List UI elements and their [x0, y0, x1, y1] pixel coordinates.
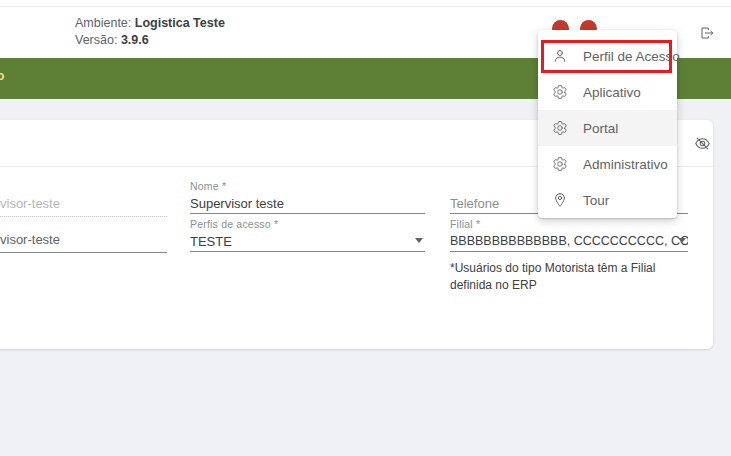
version-label: Versão: — [75, 33, 117, 47]
navbar-clipped-text: o — [0, 69, 4, 83]
nome-label: Nome * — [190, 180, 425, 194]
perfis-de-acesso-select[interactable]: Perfis de acesso * TESTE — [190, 218, 425, 252]
login-value: visor-teste — [0, 230, 167, 249]
gear-icon — [552, 120, 568, 136]
menu-item-label: Tour — [583, 193, 609, 208]
filial-helper-text: *Usuários do tipo Motorista têm a Filial… — [450, 260, 698, 294]
visibility-off-button[interactable] — [694, 135, 711, 152]
menu-item-label: Portal — [583, 121, 618, 136]
perfis-label: Perfis de acesso * — [190, 218, 425, 232]
filial-select[interactable]: Filial * BBBBBBBBBBBBBB, CCCCCCCCCC, COM… — [450, 218, 688, 252]
logout-button[interactable] — [699, 25, 715, 41]
gear-icon — [552, 156, 568, 172]
menu-item-label: Administrativo — [583, 157, 668, 172]
chevron-down-icon — [415, 238, 423, 243]
login-disabled-field: visor-teste — [0, 194, 167, 217]
environment-label: Ambiente: — [75, 16, 131, 30]
user-dropdown-menu: Perfil de Acesso Aplicativo Portal Admin… — [538, 30, 677, 218]
pin-icon — [552, 192, 568, 208]
logout-icon — [699, 25, 715, 41]
nome-value: Supervisor teste — [190, 194, 425, 213]
menu-item-label: Aplicativo — [583, 85, 641, 100]
menu-item-tour[interactable]: Tour — [538, 182, 677, 218]
login-field[interactable]: visor-teste — [0, 230, 167, 253]
environment-line: Ambiente: Logistica Teste — [75, 15, 225, 32]
menu-item-aplicativo[interactable]: Aplicativo — [538, 74, 677, 110]
menu-item-administrativo[interactable]: Administrativo — [538, 146, 677, 182]
eye-off-icon — [694, 135, 711, 152]
menu-item-label: Perfil de Acesso — [583, 49, 680, 64]
filial-label: Filial * — [450, 218, 688, 232]
environment-value: Logistica Teste — [135, 16, 225, 30]
version-value: 3.9.6 — [121, 33, 149, 47]
login-disabled-value: visor-teste — [0, 194, 167, 213]
header-divider — [0, 6, 731, 7]
menu-item-perfil-de-acesso[interactable]: Perfil de Acesso — [538, 38, 677, 74]
chevron-down-icon — [678, 238, 686, 243]
nome-field[interactable]: Nome * Supervisor teste — [190, 180, 425, 214]
environment-info: Ambiente: Logistica Teste Versão: 3.9.6 — [75, 15, 225, 49]
filial-value: BBBBBBBBBBBBBB, CCCCCCCCCC, COM. VARE... — [450, 232, 688, 251]
person-icon — [552, 48, 568, 64]
version-line: Versão: 3.9.6 — [75, 32, 225, 49]
perfis-value: TESTE — [190, 232, 425, 251]
menu-item-portal[interactable]: Portal — [538, 110, 677, 146]
gear-icon — [552, 84, 568, 100]
